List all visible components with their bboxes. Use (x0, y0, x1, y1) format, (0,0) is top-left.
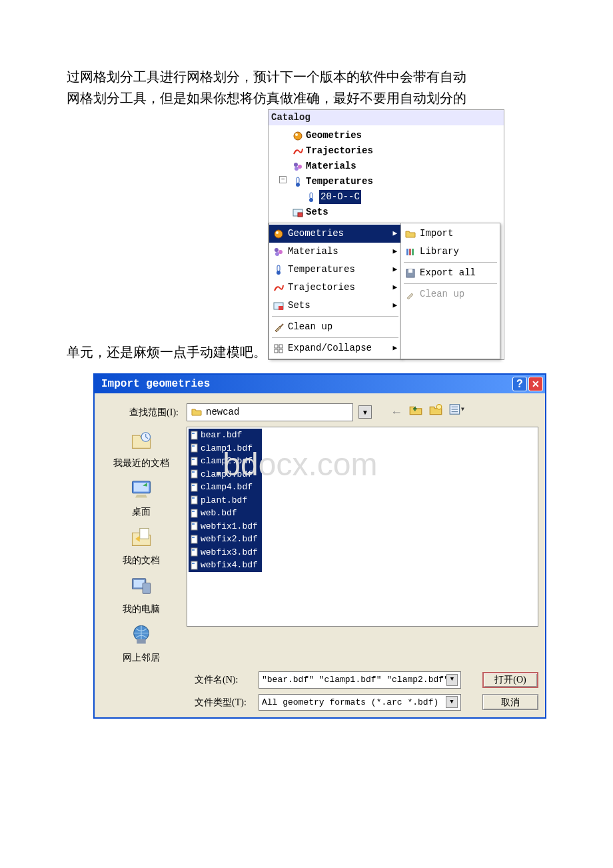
up-folder-icon[interactable] (409, 403, 422, 421)
filename-label: 文件名(N): (101, 673, 255, 687)
menu-item-geometries[interactable]: Geometries ▶ (269, 225, 401, 243)
menu-label: Materials (288, 245, 338, 259)
file-item[interactable]: clamp2.bdf (189, 455, 262, 468)
svg-line-20 (281, 324, 283, 327)
svg-rect-53 (192, 485, 195, 486)
recent-icon (129, 428, 153, 452)
menu-item-materials[interactable]: Materials ▶ (269, 243, 401, 261)
tree-item-geometries[interactable]: Geometries (274, 128, 504, 143)
file-list[interactable]: .bdocx.com bear.bdfclamp1.bdfclamp2.bdfc… (187, 427, 538, 627)
tree-item-temp-child[interactable]: 20-O--C (274, 189, 504, 205)
svg-rect-22 (279, 345, 283, 348)
submenu-item-import[interactable]: Import (401, 225, 500, 243)
places-bar: 我最近的文档 桌面 我的文档 (101, 427, 181, 665)
file-name: webfix1.bdf (201, 520, 258, 533)
chevron-right-icon: ▶ (392, 343, 397, 354)
help-button[interactable]: ? (512, 377, 527, 391)
place-label: 网上邻居 (123, 651, 160, 665)
submenu-item-library[interactable]: Library (401, 243, 500, 261)
menu-label: Trajectories (288, 281, 355, 295)
tree-item-temperatures[interactable]: − Temperatures (274, 174, 504, 189)
open-button[interactable]: 打开(O) (482, 672, 538, 688)
lookin-row: 查找范围(I): newcad ▼ ← (101, 400, 538, 427)
tree-item-trajectories[interactable]: Trajectories (274, 143, 504, 159)
menu-item-cleanup[interactable]: Clean up (269, 318, 401, 336)
file-item[interactable]: webfix2.bdf (189, 533, 262, 546)
documents-icon (129, 525, 153, 549)
file-item[interactable]: web.bdf (189, 507, 262, 520)
svg-point-6 (296, 183, 300, 187)
place-documents[interactable]: 我的文档 (123, 525, 160, 567)
catalog-title: Catalog (269, 110, 504, 125)
svg-rect-24 (279, 349, 283, 353)
dialog-titlebar[interactable]: Import geometries ? ✕ (95, 375, 545, 393)
file-name: clamp4.bdf (201, 481, 253, 494)
close-button[interactable]: ✕ (528, 377, 543, 391)
svg-rect-63 (192, 549, 195, 551)
svg-rect-43 (137, 639, 146, 644)
context-menu[interactable]: Geometries ▶ Materials ▶ T (269, 223, 402, 359)
broom-icon (273, 322, 284, 333)
menu-item-trajectories[interactable]: Trajectories ▶ (269, 279, 401, 297)
file-name: webfix3.bdf (201, 546, 258, 559)
materials-icon (293, 161, 303, 172)
file-icon (190, 509, 199, 518)
catalog-tree[interactable]: Geometries Trajectories Materials − (269, 125, 504, 223)
filetype-combobox[interactable]: All geometry formats (*.arc *.bdf) ▼ (259, 694, 461, 711)
svg-rect-46 (191, 444, 197, 452)
collapse-icon[interactable]: − (279, 176, 287, 183)
menu-item-temperatures[interactable]: Temperatures ▶ (269, 261, 401, 279)
file-item[interactable]: clamp3.bdf (189, 468, 262, 481)
filename-input[interactable]: "bear.bdf" "clamp1.bdf" "clamp2.bdf" " ▼ (259, 671, 461, 689)
back-icon[interactable]: ← (390, 403, 402, 421)
svg-point-17 (277, 271, 281, 275)
place-desktop[interactable]: 桌面 (129, 477, 153, 519)
file-name: clamp3.bdf (201, 468, 253, 481)
svg-point-0 (294, 132, 302, 140)
menu-label: Geometries (288, 227, 344, 241)
svg-rect-49 (192, 459, 195, 460)
menu-label: Temperatures (288, 263, 355, 277)
file-item[interactable]: bear.bdf (189, 429, 262, 442)
place-recent[interactable]: 我最近的文档 (113, 428, 169, 470)
svg-rect-38 (140, 529, 149, 539)
tree-item-sets[interactable]: Sets (274, 205, 504, 220)
context-submenu[interactable]: Import Library Export all (400, 223, 500, 359)
temperature-icon (273, 265, 284, 275)
trajectory-icon (273, 283, 284, 293)
tree-item-materials[interactable]: Materials (274, 159, 504, 174)
chevron-down-icon[interactable]: ▼ (446, 696, 458, 708)
new-folder-icon[interactable] (429, 403, 442, 421)
file-item[interactable]: plant.bdf (189, 494, 262, 507)
svg-rect-50 (191, 470, 197, 478)
chevron-right-icon: ▶ (392, 264, 397, 275)
cancel-button[interactable]: 取消 (482, 694, 538, 710)
menu-label: Export all (420, 266, 476, 280)
view-menu-icon[interactable] (449, 403, 465, 421)
svg-point-13 (275, 248, 279, 252)
menu-item-sets[interactable]: Sets ▶ (269, 297, 401, 315)
paragraph-1-line-2: 网格划分工具，但是如果你想将仿真做准确，最好不要用自动划分的 (67, 88, 546, 108)
place-computer[interactable]: 我的电脑 (123, 574, 160, 616)
file-icon (190, 561, 199, 570)
file-item[interactable]: clamp4.bdf (189, 481, 262, 494)
place-label: 我最近的文档 (113, 456, 169, 470)
svg-rect-62 (191, 548, 197, 556)
file-item[interactable]: clamp1.bdf (189, 442, 262, 455)
file-icon (190, 535, 199, 544)
submenu-item-export[interactable]: Export all (401, 264, 500, 282)
place-label: 我的电脑 (123, 602, 160, 616)
file-item[interactable]: webfix4.bdf (189, 559, 262, 572)
filetype-label: 文件类型(T): (101, 695, 255, 709)
file-item[interactable]: webfix3.bdf (189, 546, 262, 559)
svg-rect-65 (192, 563, 195, 564)
place-network[interactable]: 网上邻居 (123, 623, 160, 665)
lookin-combobox[interactable]: newcad (187, 403, 353, 421)
lookin-dropdown-btn[interactable]: ▼ (358, 405, 372, 419)
svg-rect-5 (297, 177, 299, 183)
file-item[interactable]: webfix1.bdf (189, 520, 262, 533)
desktop-icon (129, 477, 153, 501)
menu-item-expand[interactable]: Expand/Collapse ▶ (269, 339, 401, 357)
chevron-down-icon[interactable]: ▼ (446, 674, 458, 686)
submenu-item-cleanup[interactable]: Clean up (401, 285, 500, 303)
